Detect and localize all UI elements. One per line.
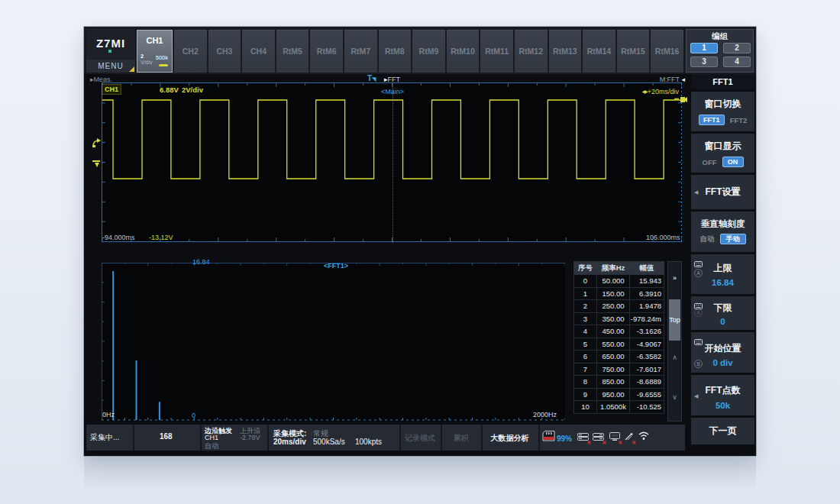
trigger-mode: 自动 [205, 441, 218, 451]
menu-item-window-switch[interactable]: 窗口切换 FFT1 FFT2 [691, 92, 754, 131]
table-scroll-down[interactable]: ∨ [668, 393, 681, 401]
table-scroll-up[interactable]: ∧ [668, 354, 681, 361]
channel-chip: CH1 [102, 85, 121, 94]
tab-ch3[interactable]: CH3 [208, 30, 241, 73]
tab-rtm13[interactable]: RtM13 [549, 30, 582, 73]
knob-a-icon: A [694, 269, 703, 277]
tab-rtm8[interactable]: RtM8 [379, 30, 412, 73]
group-button-3[interactable]: 3 [690, 57, 718, 67]
pan-arrows-icon: ◀▶ [641, 89, 647, 94]
tab-scale: 2V/div [141, 53, 153, 66]
probe-icon: ✕ [624, 431, 634, 444]
record-mode-label: 记录模式 [399, 433, 441, 444]
group-button-2[interactable]: 2 [723, 43, 751, 53]
fft-window-label: <FFT1> [324, 262, 348, 270]
acquire-status: 采集中... [90, 432, 119, 443]
fft-upper-value: 16.84 [192, 258, 210, 266]
wifi-icon [638, 430, 650, 444]
fft-freq-left: 0Hz [102, 411, 115, 418]
toggle-auto[interactable]: 自动 [700, 234, 715, 244]
ch1-voltage: 6.88V [160, 86, 179, 94]
fft-plot[interactable] [102, 263, 565, 422]
table-row[interactable]: 4450.00-3.1626 [574, 325, 664, 338]
toggle-fft1[interactable]: FFT1 [699, 115, 725, 125]
table-expand-button[interactable]: » [668, 274, 681, 282]
lower-limit-value: 0 [691, 317, 754, 326]
table-row[interactable]: 7750.00-7.6017 [574, 363, 664, 376]
tab-rtm6[interactable]: RtM6 [310, 30, 343, 73]
sidebar-header: FFT1 [691, 74, 754, 89]
acquire-count: 168 [160, 432, 173, 441]
status-bar: 采集中... 168 边沿触发 CH1 自动 上升沿 -2.78V 采集模式: … [86, 425, 685, 451]
tab-ch2[interactable]: CH2 [174, 30, 207, 73]
toggle-off[interactable]: OFF [703, 158, 717, 166]
table-row[interactable]: 6650.00-6.3582 [574, 351, 664, 363]
usb-device-icon: ✕ [577, 431, 589, 444]
screen-reflection [84, 457, 756, 496]
tab-rtm11[interactable]: RtM11 [480, 30, 513, 73]
tab-indicator [159, 64, 168, 66]
menu-item-lower-limit[interactable]: A 下限 0 [691, 296, 754, 330]
group-button-4[interactable]: 4 [723, 57, 751, 67]
oscilloscope-screen: Z7MI MENU CH12V/div500kCH2CH3CH4RtM5RtM6… [84, 27, 756, 456]
table-row[interactable]: 5550.00-4.9067 [574, 338, 664, 351]
keyboard-icon [694, 334, 703, 348]
tab-depth: 500k [156, 54, 168, 61]
toggle-manual[interactable]: 手动 [720, 234, 746, 244]
ch1-scale: 2V/div [182, 86, 203, 94]
trigger-source: CH1 [205, 434, 218, 441]
trigger-level-marker[interactable] [92, 158, 102, 172]
brand-logo-dot [108, 50, 111, 53]
sd-card-icon [542, 431, 555, 444]
channel-tabs: CH12V/div500kCH2CH3CH4RtM5RtM6RtM7RtM8Rt… [137, 30, 683, 73]
tab-rtm16[interactable]: RtM16 [651, 30, 683, 73]
trigger-position-line [393, 83, 393, 243]
accumulate-label: 累积 [441, 433, 481, 444]
menu-item-upper-limit[interactable]: A 上限 16.84 [691, 254, 754, 294]
tab-rtm5[interactable]: RtM5 [276, 30, 309, 73]
menu-item-start-position[interactable]: B 开始位置 0 div [691, 332, 754, 373]
tab-rtm7[interactable]: RtM7 [344, 30, 377, 73]
toggle-fft2[interactable]: FFT2 [730, 116, 748, 124]
trigger-level-label: -13.12V [149, 234, 173, 241]
tab-rtm9[interactable]: RtM9 [412, 30, 445, 73]
menu-item-fft-settings[interactable]: ◀ FFT设置 [691, 175, 754, 209]
timebase-label: ◀▶+20ms/div [641, 88, 679, 95]
table-row[interactable]: 8850.00-8.6889 [574, 376, 664, 389]
brand-logo: Z7MI [86, 37, 135, 50]
fft-points-value: 50k [691, 401, 754, 410]
table-row[interactable]: 1150.006.3910 [574, 287, 664, 300]
acq-rate: 500kSa/s [313, 438, 345, 446]
logo-block: Z7MI MENU [86, 29, 135, 73]
table-row[interactable]: 101.0500k-10.525 [574, 401, 664, 414]
fft-spectrum-trace [102, 263, 565, 422]
table-row[interactable]: 050.00015.943 [574, 275, 664, 288]
menu-corner-icon [129, 66, 134, 72]
group-panel: 编组 1234 [686, 29, 754, 73]
trigger-position-marker[interactable]: T◥ [367, 74, 376, 82]
menu-item-window-display[interactable]: 窗口显示 OFF ON [691, 134, 754, 173]
waveform-plot[interactable]: CH1 6.88V 2V/div <Main> ◀▶+20ms/div [102, 82, 682, 242]
toggle-on[interactable]: ON [722, 157, 744, 167]
tab-ch1[interactable]: CH12V/div500k [137, 30, 173, 73]
tab-rtm15[interactable]: RtM15 [617, 30, 650, 73]
upper-limit-value: 16.84 [691, 278, 754, 287]
group-button-1[interactable]: 1 [690, 43, 718, 53]
display-icon: ✕ [609, 431, 620, 444]
menu-item-vertical-scale[interactable]: 垂直轴刻度 自动 手动 [691, 212, 754, 252]
harmonic-table: 序号频率Hz幅值050.00015.9431150.006.39102250.0… [573, 261, 664, 414]
tab-rtm10[interactable]: RtM10 [447, 30, 480, 73]
table-top-button[interactable]: Top [669, 299, 680, 341]
big-data-label[interactable]: 大数据分析 [481, 433, 538, 444]
menu-item-next-page[interactable]: 下一页 [691, 418, 754, 444]
table-row[interactable]: 9950.00-9.6555 [574, 388, 664, 401]
tab-rtm12[interactable]: RtM12 [515, 30, 548, 73]
menu-item-fft-points[interactable]: ◀ FFT点数 50k [691, 375, 754, 415]
table-row[interactable]: 2250.001.9478 [574, 300, 664, 313]
menu-button[interactable]: MENU [86, 60, 135, 73]
tab-rtm14[interactable]: RtM14 [583, 30, 615, 73]
tab-ch4[interactable]: CH4 [242, 30, 275, 73]
group-title: 编组 [687, 31, 753, 42]
channel-offset-marker[interactable] [92, 137, 102, 151]
table-row[interactable]: 3350.00-978.24m [574, 312, 664, 325]
